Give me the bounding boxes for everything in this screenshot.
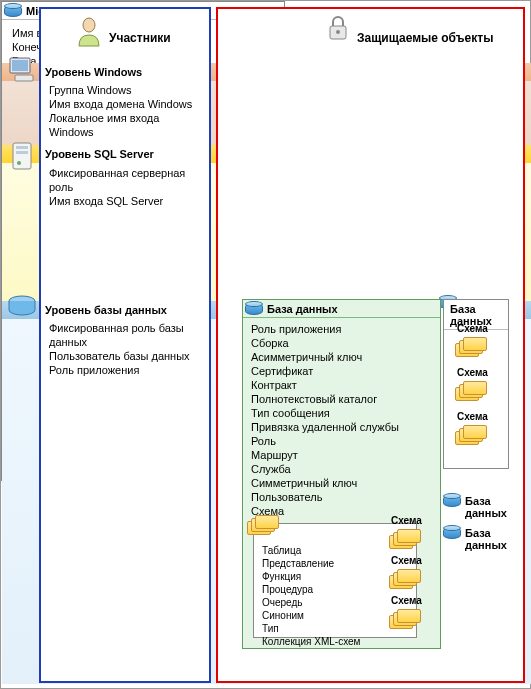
database-cylinder-icon	[443, 525, 461, 541]
windows-level-items: Группа Windows Имя входа домена Windows …	[49, 83, 207, 139]
list-item: Сертификат	[251, 364, 432, 378]
schema-label: Схема	[457, 411, 488, 422]
sqlserver-level-header: Уровень SQL Server	[45, 145, 154, 163]
list-item: Таблица	[262, 544, 408, 557]
list-item: Полнотекстовый каталог	[251, 392, 432, 406]
list-item: Фиксированная серверная роль	[49, 166, 207, 194]
schema-label: Схема	[391, 595, 422, 606]
security-hierarchy-diagram: Уровень Windows Уровень SQL Server Урове…	[0, 0, 531, 689]
schema-stack-icon	[389, 529, 421, 549]
list-item: Роль	[251, 434, 432, 448]
schema-label: Схема	[457, 323, 488, 334]
list-item: Пользователь	[251, 490, 432, 504]
database-cylinder-icon	[443, 493, 461, 509]
list-item: Локальное имя входа Windows	[49, 111, 207, 139]
list-item: Функция	[262, 570, 408, 583]
list-item: Синоним	[262, 609, 408, 622]
list-item: Сборка	[251, 336, 432, 350]
svg-rect-5	[15, 75, 33, 81]
svg-rect-4	[12, 60, 28, 71]
list-item: Тип сообщения	[251, 406, 432, 420]
list-item: Асимметричный ключ	[251, 350, 432, 364]
sqlserver-level-items: Фиксированная серверная роль Имя входа S…	[49, 166, 207, 208]
database-mini-label: База данных	[465, 527, 530, 551]
list-item: Маршрут	[251, 448, 432, 462]
principals-title: Участники	[109, 31, 171, 45]
schema-label: Схема	[391, 515, 422, 526]
list-item: Симметричный ключ	[251, 476, 432, 490]
database-level-header: Уровень базы данных	[45, 301, 167, 319]
database-box-title: База данных	[267, 303, 338, 315]
list-item: Тип	[262, 622, 408, 635]
schema-stack-icon	[389, 569, 421, 589]
schema-stack-icon	[389, 609, 421, 629]
svg-point-2	[336, 30, 340, 34]
list-item: Роль приложения	[49, 363, 207, 377]
list-item: Привязка удаленной службы	[251, 420, 432, 434]
monitor-icon	[9, 57, 35, 83]
schema-stack-icon	[455, 337, 487, 357]
database-level-items: Фиксированная роль базы данных Пользоват…	[49, 321, 207, 377]
person-icon	[75, 17, 103, 47]
schema-stack-icon	[455, 425, 487, 445]
securables-title: Защищаемые объекты	[357, 31, 493, 45]
lock-icon	[327, 15, 349, 41]
schema-label: Схема	[391, 555, 422, 566]
list-item: Роль приложения	[251, 322, 432, 336]
database-box-items: Роль приложения Сборка Асимметричный клю…	[243, 318, 440, 522]
list-item: Фиксированная роль базы данных	[49, 321, 207, 349]
svg-rect-7	[16, 146, 28, 149]
schema-stack-icon	[247, 515, 279, 535]
list-item: Группа Windows	[49, 83, 207, 97]
disk-icon	[7, 295, 37, 317]
list-item: Процедура	[262, 583, 408, 596]
list-item: Имя входа SQL Server	[49, 194, 207, 208]
database-box-header: База данных	[243, 300, 440, 317]
svg-point-0	[83, 18, 95, 32]
schema-label: Схема	[457, 367, 488, 378]
list-item: Контракт	[251, 378, 432, 392]
svg-point-9	[17, 161, 21, 165]
list-item: Представление	[262, 557, 408, 570]
list-item: Имя входа домена Windows	[49, 97, 207, 111]
database-mini-label: База данных	[465, 495, 530, 519]
list-item: Коллекция XML-схем	[262, 635, 408, 648]
list-item: Очередь	[262, 596, 408, 609]
database-cylinder-icon	[4, 3, 22, 19]
database-cylinder-icon	[245, 301, 263, 317]
schema-stack-icon	[455, 381, 487, 401]
windows-level-header: Уровень Windows	[45, 63, 142, 81]
server-icon	[9, 141, 35, 171]
list-item: Пользователь базы данных	[49, 349, 207, 363]
list-item: Служба	[251, 462, 432, 476]
svg-rect-8	[16, 151, 28, 154]
